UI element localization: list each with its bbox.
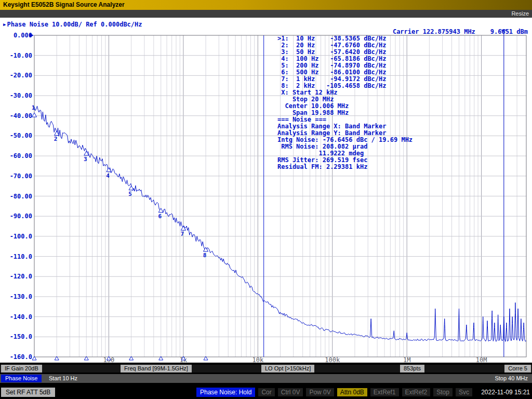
stop-indicator: Stop xyxy=(433,388,453,396)
svg-text:-100.0: -100.0 xyxy=(10,233,32,240)
datetime-display: 2022-11-09 15:21 xyxy=(481,389,530,396)
correction-status[interactable]: Corre 5 xyxy=(504,365,531,373)
status-row-hardware: IF Gain 20dB Freq Band [99M-1.5GHz] LO O… xyxy=(0,365,532,373)
svg-text:3: 3 xyxy=(84,156,87,163)
svg-text:1M: 1M xyxy=(403,356,410,363)
svg-text:10k: 10k xyxy=(252,356,263,363)
instrument-status-bar: Set RF ATT 5dB Phase Noise: Hold Cor Ctr… xyxy=(0,385,532,399)
svg-text:-20.00: -20.00 xyxy=(10,72,32,79)
freq-band-status[interactable]: Freq Band [99M-1.5GHz] xyxy=(121,365,192,373)
measurement-state-badge[interactable]: Phase Noise: Hold xyxy=(196,388,255,397)
window-title: Keysight E5052B Signal Source Analyzer xyxy=(3,1,125,8)
sweep-stop-label: Stop 40 MHz xyxy=(495,374,528,383)
svg-text:-30.00: -30.00 xyxy=(10,92,32,99)
resize-button[interactable]: Resize xyxy=(511,10,529,18)
attn-indicator: Attn 0dB xyxy=(337,388,367,396)
svg-text:-10.00: -10.00 xyxy=(10,52,32,59)
points-status[interactable]: 853pts xyxy=(400,365,424,373)
svg-text:-120.0: -120.0 xyxy=(10,273,32,280)
tab-phase-noise[interactable]: Phase Noise xyxy=(1,375,42,382)
svg-text:2: 2 xyxy=(54,136,58,142)
instrument-window: Keysight E5052B Signal Source Analyzer R… xyxy=(0,0,532,399)
if-gain-status[interactable]: IF Gain 20dB xyxy=(1,365,42,373)
svg-text:-140.0: -140.0 xyxy=(10,313,32,321)
svg-text:4: 4 xyxy=(106,172,110,179)
svg-text:-60.00: -60.00 xyxy=(10,152,32,159)
extref2-indicator: ExtRef2 xyxy=(402,388,431,396)
ctrl-indicator: Ctrl 0V xyxy=(278,388,303,396)
svg-text:-80.00: -80.00 xyxy=(10,193,32,200)
svg-text:10M: 10M xyxy=(476,356,487,363)
lo-opt-status[interactable]: LO Opt [>150kHz] xyxy=(261,365,314,373)
svg-text:-40.00: -40.00 xyxy=(10,112,32,119)
titlebar: Keysight E5052B Signal Source Analyzer xyxy=(0,0,532,10)
marker-readout-block: >1: 10 Hz -38.5365 dBc/Hz 2: 20 Hz -47.6… xyxy=(277,35,413,170)
y-axis-labels: 0.000-10.00-20.00-30.00-40.00-50.00-60.0… xyxy=(10,32,32,361)
svg-text:-160.0: -160.0 xyxy=(10,353,32,361)
marker-5-icon[interactable] xyxy=(129,186,134,190)
svg-text:0.000: 0.000 xyxy=(14,32,32,39)
svg-text:-90.00: -90.00 xyxy=(10,212,32,220)
sweep-start-label: Start 10 Hz xyxy=(49,374,77,383)
phase-noise-plot[interactable]: 0.000-10.00-20.00-30.00-40.00-50.00-60.0… xyxy=(0,18,532,363)
display-screen: ▶Phase Noise 10.00dB/ Ref 0.000dBc/Hz Ca… xyxy=(0,18,532,363)
marker-7-icon[interactable] xyxy=(181,226,185,230)
svg-text:-70.00: -70.00 xyxy=(10,172,32,180)
svg-text:7: 7 xyxy=(181,231,184,237)
svg-text:-50.00: -50.00 xyxy=(10,132,32,139)
menu-row: Resize xyxy=(0,10,532,18)
svg-text:8: 8 xyxy=(203,252,207,259)
svg-text:100k: 100k xyxy=(325,356,340,363)
svg-text:-150.0: -150.0 xyxy=(10,333,32,340)
pow-indicator: Pow 0V xyxy=(306,388,334,396)
svg-text:5: 5 xyxy=(128,191,132,197)
marker-1-icon[interactable] xyxy=(32,113,37,117)
rf-att-button[interactable]: Set RF ATT 5dB xyxy=(1,388,55,397)
svg-text:1: 1 xyxy=(32,104,35,111)
svg-text:6: 6 xyxy=(158,213,162,220)
svc-indicator: Svc xyxy=(456,388,472,396)
measurement-tab-bar: Phase Noise Start 10 Hz Stop 40 MHz xyxy=(0,374,532,383)
trace-markers[interactable]: 12345678 xyxy=(32,104,208,360)
extref1-indicator: ExtRef1 xyxy=(370,388,399,396)
cor-indicator: Cor xyxy=(258,388,274,396)
svg-text:-130.0: -130.0 xyxy=(10,293,32,300)
status-indicator-cluster: Phase Noise: Hold Cor Ctrl 0V Pow 0V Att… xyxy=(196,388,530,397)
svg-text:-110.0: -110.0 xyxy=(10,253,32,260)
